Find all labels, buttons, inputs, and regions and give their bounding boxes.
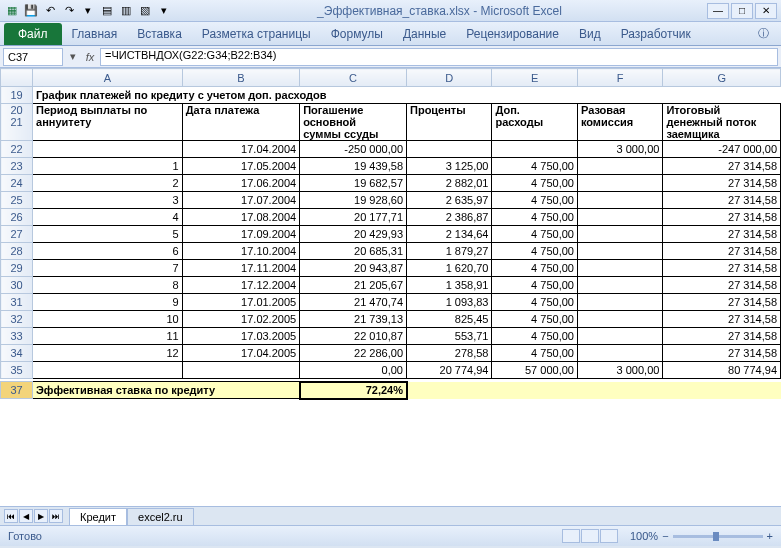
row-header[interactable]: 33 [1,328,33,345]
cell[interactable]: 20 943,87 [300,260,407,277]
zoom-out-button[interactable]: − [662,530,668,542]
cell[interactable]: 278,58 [407,345,492,362]
row-header[interactable]: 25 [1,192,33,209]
row-header[interactable]: 34 [1,345,33,362]
cell[interactable]: 27 314,58 [663,345,781,362]
col-header-B[interactable]: B [182,69,300,87]
qat-dropdown-icon[interactable]: ▾ [156,3,172,19]
sheet-tab-active[interactable]: Кредит [69,508,127,525]
cell[interactable]: 20 685,31 [300,243,407,260]
qat-btn-4[interactable]: ▧ [137,3,153,19]
header-cell[interactable]: Дата платежа [182,104,300,141]
row-header[interactable]: 30 [1,277,33,294]
cell[interactable] [407,141,492,158]
cell[interactable]: 1 358,91 [407,277,492,294]
cell[interactable]: 19 682,57 [300,175,407,192]
view-normal-icon[interactable] [562,529,580,543]
ribbon-tab-view[interactable]: Вид [569,23,611,45]
cell[interactable]: 17.11.2004 [182,260,300,277]
cell[interactable]: 5 [33,226,183,243]
cell[interactable]: 4 750,00 [492,209,577,226]
header-cell[interactable]: Итоговыйденежный потокзаемщика [663,104,781,141]
row-header[interactable]: 29 [1,260,33,277]
result-label[interactable]: Эффективная ставка по кредиту [33,382,300,399]
cell[interactable]: 20 429,93 [300,226,407,243]
select-all-corner[interactable] [1,69,33,87]
cell[interactable]: 4 [33,209,183,226]
cell[interactable] [182,362,300,379]
cell[interactable]: 17.09.2004 [182,226,300,243]
cell[interactable]: 27 314,58 [663,260,781,277]
cell[interactable] [577,192,662,209]
cell[interactable]: 4 750,00 [492,294,577,311]
cell[interactable]: 27 314,58 [663,243,781,260]
cell[interactable]: 27 314,58 [663,328,781,345]
cell[interactable]: 4 750,00 [492,226,577,243]
cell[interactable]: 1 879,27 [407,243,492,260]
cell[interactable] [577,277,662,294]
cell[interactable] [577,243,662,260]
cell[interactable]: 11 [33,328,183,345]
cell[interactable] [577,226,662,243]
cell[interactable] [577,345,662,362]
cell[interactable]: 17.01.2005 [182,294,300,311]
qat-btn-3[interactable]: ▥ [118,3,134,19]
cell[interactable]: 4 750,00 [492,158,577,175]
ribbon-tab-formulas[interactable]: Формулы [321,23,393,45]
row-header[interactable]: 28 [1,243,33,260]
cell[interactable] [577,311,662,328]
cell[interactable] [577,158,662,175]
cell[interactable]: 21 739,13 [300,311,407,328]
cell[interactable]: 1 [33,158,183,175]
maximize-button[interactable]: □ [731,3,753,19]
sheet-tab[interactable]: excel2.ru [127,508,194,525]
cell[interactable]: 2 [33,175,183,192]
cell[interactable]: 2 134,64 [407,226,492,243]
zoom-in-button[interactable]: + [767,530,773,542]
cell[interactable] [577,328,662,345]
cell[interactable]: 27 314,58 [663,294,781,311]
cell[interactable]: 17.03.2005 [182,328,300,345]
cell[interactable]: 3 125,00 [407,158,492,175]
cell[interactable]: 27 314,58 [663,311,781,328]
cell[interactable]: 12 [33,345,183,362]
cell[interactable] [577,294,662,311]
cell[interactable]: 20 177,71 [300,209,407,226]
header-cell[interactable]: Погашениеосновнойсуммы ссуды [300,104,407,141]
redo-icon[interactable]: ↷ [61,3,77,19]
fx-button[interactable]: fx [80,51,100,63]
save-icon[interactable]: 💾 [23,3,39,19]
cell[interactable]: 1 093,83 [407,294,492,311]
tab-next-icon[interactable]: ▶ [34,509,48,523]
row-header[interactable]: 22 [1,141,33,158]
file-tab[interactable]: Файл [4,23,62,45]
cell[interactable] [577,209,662,226]
cell[interactable] [577,175,662,192]
tab-first-icon[interactable]: ⏮ [4,509,18,523]
cell[interactable]: 17.05.2004 [182,158,300,175]
cell[interactable]: 27 314,58 [663,175,781,192]
cell[interactable]: 17.06.2004 [182,175,300,192]
col-header-F[interactable]: F [577,69,662,87]
cell[interactable]: 553,71 [407,328,492,345]
col-header-A[interactable]: A [33,69,183,87]
cell[interactable]: 19 439,58 [300,158,407,175]
cell[interactable]: 17.08.2004 [182,209,300,226]
cell[interactable]: 8 [33,277,183,294]
cell[interactable]: 17.02.2005 [182,311,300,328]
row-header[interactable]: 26 [1,209,33,226]
cell[interactable]: 27 314,58 [663,226,781,243]
cell[interactable]: 4 750,00 [492,175,577,192]
row-header[interactable]: 19 [1,87,33,104]
cell[interactable]: 27 314,58 [663,192,781,209]
table-title[interactable]: График платежей по кредиту с учетом доп.… [33,87,781,104]
row-header[interactable]: 35 [1,362,33,379]
header-cell[interactable]: Период выплаты поаннуитету [33,104,183,141]
col-header-C[interactable]: C [300,69,407,87]
cell[interactable]: 17.04.2004 [182,141,300,158]
cell[interactable]: 80 774,94 [663,362,781,379]
tab-prev-icon[interactable]: ◀ [19,509,33,523]
cell[interactable]: 4 750,00 [492,243,577,260]
cell[interactable]: 4 750,00 [492,311,577,328]
cell[interactable]: 7 [33,260,183,277]
